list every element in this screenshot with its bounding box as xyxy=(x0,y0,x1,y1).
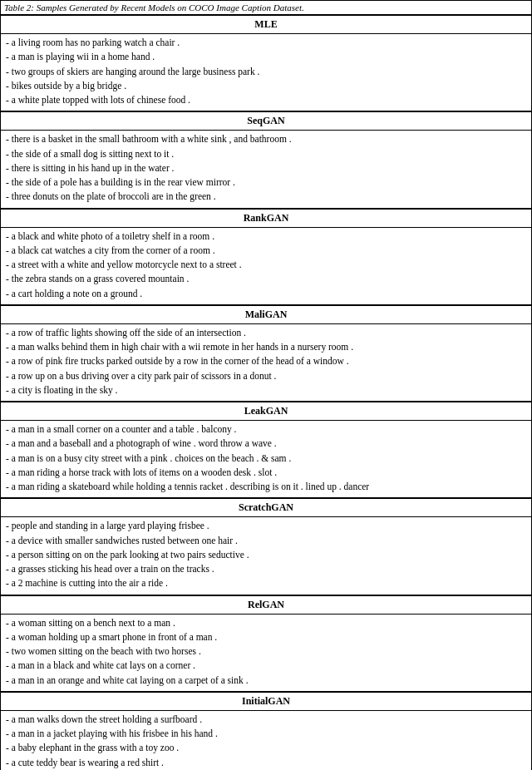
section-seqgan: SeqGAN- there is a basket in the small b… xyxy=(1,111,531,208)
list-item: - a man in a small corner on a counter a… xyxy=(6,422,526,437)
list-item: - a row of pink fire trucks parked outsi… xyxy=(6,354,526,368)
section-content-maligan: - a row of traffic lights showing off th… xyxy=(1,324,531,401)
section-relgan: RelGAN- a woman sitting on a bench next … xyxy=(1,595,531,692)
section-header-initialgan: InitialGAN xyxy=(1,693,531,711)
list-item: - a man walks behind them in high chair … xyxy=(6,340,526,354)
list-item: - the zebra stands on a grass covered mo… xyxy=(6,272,526,286)
list-item: - a row up on a bus driving over a city … xyxy=(6,369,526,383)
list-item: - a black and white photo of a toiletry … xyxy=(6,230,526,244)
list-item: - a man is on a busy city street with a … xyxy=(6,452,526,466)
section-content-mle: - a living room has no parking watch a c… xyxy=(1,34,531,111)
list-item: - there is a basket in the small bathroo… xyxy=(6,132,526,146)
section-header-relgan: RelGAN xyxy=(1,596,531,615)
list-item: - a man in a jacket playing with his fri… xyxy=(6,727,526,741)
list-item: - a grasses sticking his head over a tra… xyxy=(6,562,526,576)
list-item: - a cute teddy bear is wearing a red shi… xyxy=(6,756,526,770)
list-item: - a cart holding a note on a ground . xyxy=(6,287,526,301)
list-item: - a street with a white and yellow motor… xyxy=(6,258,526,272)
list-item: - a woman sitting on a bench next to a m… xyxy=(6,616,526,630)
list-item: - three donuts on the plate of broccoli … xyxy=(6,190,526,204)
list-item: - there is sitting in his hand up in the… xyxy=(6,161,526,175)
section-content-leakgan: - a man in a small corner on a counter a… xyxy=(1,421,531,497)
list-item: - two groups of skiers are hanging aroun… xyxy=(6,65,526,79)
list-item: - a man walks down the street holding a … xyxy=(6,713,526,727)
section-content-rankgan: - a black and white photo of a toiletry … xyxy=(1,228,531,304)
section-scratchgan: ScratchGAN- people and standing in a lar… xyxy=(1,498,531,595)
section-mle: MLE- a living room has no parking watch … xyxy=(1,15,531,111)
list-item: - a device with smaller sandwiches ruste… xyxy=(6,534,526,548)
list-item: - a man and a baseball and a photograph … xyxy=(6,437,526,451)
section-header-scratchgan: ScratchGAN xyxy=(1,499,531,517)
list-item: - a man in an orange and white cat layin… xyxy=(6,674,526,688)
list-item: - a man is playing wii in a home hand . xyxy=(6,50,526,64)
list-item: - a white plate topped with lots of chin… xyxy=(6,93,526,107)
list-item: - the side of a pole has a building is i… xyxy=(6,175,526,190)
section-header-leakgan: LeakGAN xyxy=(1,402,531,421)
section-content-scratchgan: - people and standing in a large yard pl… xyxy=(1,517,531,594)
list-item: - a man in a black and white cat lays on… xyxy=(6,659,526,673)
section-rankgan: RankGAN- a black and white photo of a to… xyxy=(1,209,531,305)
sections-container: MLE- a living room has no parking watch … xyxy=(1,15,531,770)
list-item: - people and standing in a large yard pl… xyxy=(6,519,526,533)
section-initialgan: InitialGAN- a man walks down the street … xyxy=(1,692,531,770)
list-item: - a 2 machine is cutting into the air a … xyxy=(6,576,526,590)
list-item: - a woman holding up a smart phone in fr… xyxy=(6,630,526,644)
section-header-rankgan: RankGAN xyxy=(1,210,531,228)
list-item: - a man riding a skateboard while holdin… xyxy=(6,480,526,494)
section-content-relgan: - a woman sitting on a bench next to a m… xyxy=(1,615,531,691)
section-maligan: MaliGAN- a row of traffic lights showing… xyxy=(1,305,531,402)
table-wrapper: Table 2: Samples Generated by Recent Mod… xyxy=(0,0,532,770)
section-content-initialgan: - a man walks down the street holding a … xyxy=(1,711,531,770)
list-item: - bikes outside by a big bridge . xyxy=(6,79,526,93)
section-leakgan: LeakGAN- a man in a small corner on a co… xyxy=(1,402,531,498)
list-item: - a black cat watches a city from the co… xyxy=(6,244,526,258)
section-header-seqgan: SeqGAN xyxy=(1,112,531,131)
list-item: - two women sitting on the beach with tw… xyxy=(6,644,526,659)
list-item: - a living room has no parking watch a c… xyxy=(6,36,526,50)
list-item: - a person sitting on on the park lookin… xyxy=(6,548,526,562)
list-item: - a row of traffic lights showing off th… xyxy=(6,326,526,340)
list-item: - the side of a small dog is sitting nex… xyxy=(6,147,526,161)
section-header-maligan: MaliGAN xyxy=(1,306,531,324)
table-top-note: Table 2: Samples Generated by Recent Mod… xyxy=(1,1,531,15)
section-content-seqgan: - there is a basket in the small bathroo… xyxy=(1,131,531,207)
section-header-mle: MLE xyxy=(1,16,531,34)
list-item: - a baby elephant in the grass with a to… xyxy=(6,741,526,755)
list-item: - a man riding a horse track with lots o… xyxy=(6,466,526,480)
list-item: - a city is floating in the sky . xyxy=(6,383,526,397)
